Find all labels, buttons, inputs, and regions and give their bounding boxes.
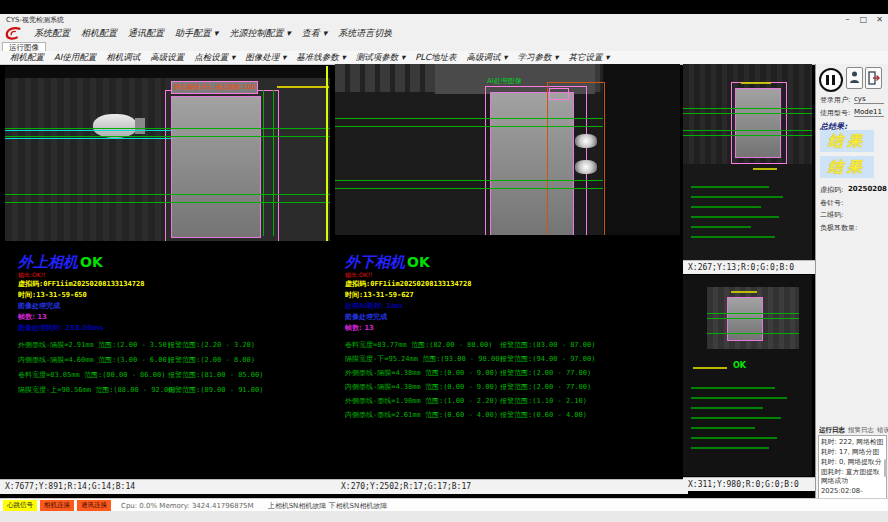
app-logo-icon <box>5 26 23 41</box>
alarm-range: 报警范围:(83.00 - 87.00) <box>500 340 595 350</box>
menu-language-switch[interactable]: 系统语言切换 <box>338 27 392 40</box>
yellow-label-mark <box>731 291 757 293</box>
measurement-row: 内侧墨线-隔膜=4.38mm 范围:(0.00 - 9.00) 报警范围:(2.… <box>345 382 498 392</box>
alarm-range: 报警范围:(2.00 - 77.00) <box>500 382 591 392</box>
tiny-text-row <box>691 447 769 449</box>
menu-assist-config[interactable]: 助手配置 ▾ <box>175 27 218 40</box>
tool-image-processing[interactable]: 图像处理 ▾ <box>245 52 286 64</box>
log-tab-alarm[interactable]: 报警日志 <box>848 426 874 434</box>
alarm-range: 报警范围:(94.00 - 97.00) <box>500 354 595 364</box>
alarm-range: 报警范围:(0.60 - 4.00) <box>500 410 587 420</box>
alarm-range: 报警范围:(89.00 - 91.00) <box>168 385 263 395</box>
tab-strip: 运行图像 <box>0 42 888 51</box>
login-user-label: 登录用户: <box>820 95 850 105</box>
maximize-button[interactable]: □ <box>856 14 871 25</box>
model-value: Mode11 <box>854 108 884 117</box>
machinery-texture <box>5 66 165 241</box>
roll-holder <box>135 118 145 134</box>
green-line <box>707 333 799 334</box>
green-line <box>335 180 603 181</box>
result-box-1: 结果 <box>820 130 874 152</box>
tool-camera-config[interactable]: 相机配置 <box>10 52 44 64</box>
user-lock-icon <box>849 70 860 86</box>
tiny-text-row <box>691 226 751 228</box>
yellow-text-mark <box>693 367 727 369</box>
middle-camera-name: 外下相机 <box>345 253 405 271</box>
tool-spotcheck-settings[interactable]: 点检设置 ▾ <box>194 52 235 64</box>
green-vline <box>273 90 274 236</box>
bottom-thumbnail-coords: X:311;Y:980;R:0;G:0;B:0 <box>683 477 817 491</box>
pause-icon <box>832 75 835 85</box>
log-tab-error[interactable]: 错误日志 <box>877 426 888 434</box>
green-line <box>683 108 812 109</box>
green-line <box>335 118 603 119</box>
measurement-row: 外侧墨线-墨线=1.90mm 范围:(1.00 - 2.20) 报警范围:(1.… <box>345 396 498 406</box>
top-thumbnail-coords: X:267;Y:13;R:0;G:0;B:0 <box>683 260 817 274</box>
tool-test-params[interactable]: 测试项参数 ▾ <box>356 52 405 64</box>
middle-camera-image[interactable]: AI处理图像 <box>335 64 680 235</box>
tool-other-settings[interactable]: 其它设置 ▾ <box>568 52 609 64</box>
tool-plc-address-table[interactable]: PLC地址表 <box>415 52 456 64</box>
log-tab-run[interactable]: 运行日志 <box>819 426 845 434</box>
middle-time: 时间:13-31-59-627 <box>345 290 414 300</box>
thumbnail-ok-text: OK <box>733 361 746 370</box>
left-camera-image[interactable]: 静态阈值:93, 动态阈值:100 <box>5 66 330 241</box>
top-thumbnail-image[interactable] <box>683 64 812 260</box>
tiny-text-row <box>691 427 755 429</box>
threshold-overlay-label: 静态阈值:93, 动态阈值:100 <box>171 81 258 94</box>
menu-light-config[interactable]: 光源控制配置 ▾ <box>229 27 290 40</box>
close-button[interactable]: ✕ <box>872 14 887 25</box>
measurement-text: 内侧墨线-隔膜=4.60mm 范围:(3.00 - 6.00) <box>18 356 171 364</box>
cpu-memory-status: Cpu: 0.0% Memory: 3424.41796875M <box>121 502 254 510</box>
tool-learning-params[interactable]: 学习参数 ▾ <box>517 52 558 64</box>
result-box-2: 结果 <box>820 156 874 178</box>
measurement-text: 隔膜宽度-下=95.24mm 范围:(93.00 - 98.00) <box>345 355 504 363</box>
menu-bar: 系统配置 相机配置 通讯配置 助手配置 ▾ 光源控制配置 ▾ 查看 ▾ 系统语言… <box>0 25 888 43</box>
tab-count-label: 负极耳数量: <box>820 223 857 233</box>
log-text-box[interactable]: 耗时: 222, 网络检图耗时: 17, 网络分图耗时: 0, 网络提取分图耗时… <box>818 435 887 499</box>
tool-camera-debug[interactable]: 相机调试 <box>106 52 140 64</box>
tiny-text-row <box>691 236 775 238</box>
left-frame-count: 帧数: 13 <box>18 312 47 322</box>
minimize-button[interactable]: – <box>840 14 855 25</box>
roi-rect-orange <box>547 82 605 235</box>
exit-button[interactable] <box>865 67 882 89</box>
menu-view[interactable]: 查看 ▾ <box>302 27 327 40</box>
tiny-text-row <box>691 417 781 419</box>
tool-ai-use-config[interactable]: AI使用配置 <box>54 52 96 64</box>
bottom-thumbnail-image[interactable]: OK <box>683 275 812 476</box>
tiny-text-row <box>691 206 761 208</box>
middle-camera-result: 外下相机OK <box>345 253 430 272</box>
user-lock-button[interactable] <box>846 67 863 89</box>
measurement-text: 外侧墨线-隔膜=2.91mm 范围:(2.00 - 3.50) <box>18 341 171 349</box>
measurement-text: 隔膜宽度-上=90.56mm 范围:(88.00 - 92.00) <box>18 386 177 394</box>
pause-button[interactable] <box>819 68 843 92</box>
weld-spot <box>575 160 597 174</box>
green-line <box>683 135 812 136</box>
alarm-range: 报警范围:(1.10 - 2.10) <box>500 396 587 406</box>
green-line <box>707 318 799 319</box>
measurement-row: 内侧墨线-隔膜=4.60mm 范围:(3.00 - 6.00) 报警范围:(2.… <box>18 355 171 365</box>
tool-advanced-settings[interactable]: 高级设置 <box>150 52 184 64</box>
cyan-line <box>5 138 171 139</box>
menu-comm-config[interactable]: 通讯配置 <box>128 27 164 40</box>
log-scrollbar[interactable] <box>884 459 887 477</box>
menu-system-config[interactable]: 系统配置 <box>34 27 70 40</box>
left-camera-ok: OK <box>80 254 103 270</box>
green-line <box>5 136 330 137</box>
left-status: 图像处理完成 <box>18 301 60 311</box>
weld-spot <box>575 134 597 148</box>
left-elapsed: 图像处理耗时: 258.00ms <box>18 323 104 333</box>
tool-advanced-debug[interactable]: 高级调试 ▾ <box>467 52 508 64</box>
menu-camera-config[interactable]: 相机配置 <box>81 27 117 40</box>
measurement-row: 隔膜宽度-上=90.56mm 范围:(88.00 - 92.00) 报警范围:(… <box>18 385 177 395</box>
window-title: CYS-视觉检测系统 <box>6 15 64 25</box>
green-line <box>707 313 799 314</box>
log-tab-strip: 运行日志报警日志错误日志 <box>819 426 888 435</box>
middle-barcode: 虚拟码:0FF1iim20250208133134728 <box>345 279 471 289</box>
middle-ai-elapsed: 处理AI耗时: 1ms <box>345 301 403 311</box>
green-vline <box>263 90 264 236</box>
tool-baseline-params[interactable]: 基准线参数 ▾ <box>296 52 345 64</box>
camera-fault-status: 上相机SN相机故障 下相机SN相机故障 <box>268 501 388 511</box>
green-line <box>5 202 330 203</box>
